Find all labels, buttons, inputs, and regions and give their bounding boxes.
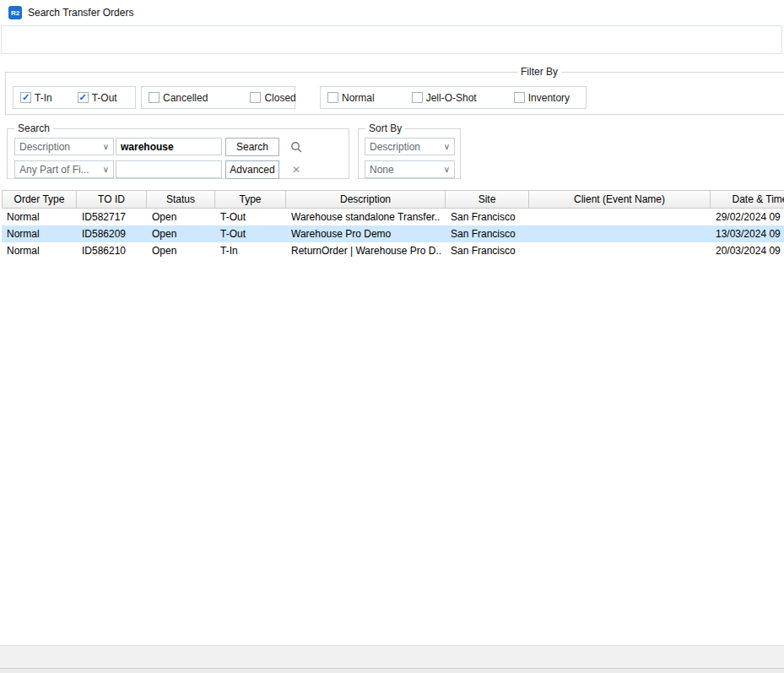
toolbar-strip — [1, 25, 782, 54]
search-legend: Search — [14, 122, 53, 134]
cell-client-event-name — [529, 225, 711, 242]
cell-to-id: ID582717 — [77, 209, 147, 225]
checkbox-jell-o-shot[interactable]: Jell-O-Shot — [412, 92, 477, 104]
checkbox-cancelled[interactable]: Cancelled — [149, 92, 208, 104]
window-title: Search Transfer Orders — [28, 7, 133, 19]
cell-type: T-Out — [215, 209, 286, 225]
sort-by-group: Sort By Description ∨ None ∨ — [358, 128, 461, 179]
chevron-down-icon: ∨ — [444, 165, 450, 174]
chevron-down-icon: ∨ — [103, 165, 109, 174]
search-secondary-input[interactable] — [116, 160, 222, 178]
search-match-selector[interactable]: Any Part of Fi... ∨ — [14, 160, 114, 178]
column-header-type[interactable]: Type — [215, 190, 286, 209]
checkbox-label: Jell-O-Shot — [426, 92, 477, 104]
cell-type: T-In — [215, 242, 286, 259]
cell-date-time: 13/03/2024 09 — [711, 225, 784, 242]
chevron-down-icon: ∨ — [103, 142, 109, 151]
search-button[interactable]: Search — [225, 138, 279, 156]
cell-description: ReturnOrder | Warehouse Pro D.. — [286, 242, 446, 259]
sort-primary-selector[interactable]: Description ∨ — [365, 138, 455, 155]
advanced-button[interactable]: Advanced — [225, 160, 279, 179]
filter-by-legend: Filter By — [517, 66, 561, 78]
cell-order-type: Normal — [2, 225, 77, 242]
cell-date-time: 29/02/2024 09 — [711, 209, 784, 225]
cell-status: Open — [147, 242, 215, 259]
cell-client-event-name — [529, 209, 711, 225]
sort-secondary-selector[interactable]: None ∨ — [365, 160, 455, 178]
search-magnifier-icon[interactable] — [288, 138, 305, 155]
cell-order-type: Normal — [2, 209, 77, 225]
cell-type: T-Out — [215, 225, 286, 242]
cell-status: Open — [147, 209, 215, 225]
checkbox-unchecked-icon — [514, 92, 525, 103]
checkbox-normal[interactable]: Normal — [327, 92, 375, 104]
column-header-to-id[interactable]: TO ID — [77, 190, 147, 209]
checkbox-unchecked-icon — [149, 92, 160, 103]
checkbox-closed[interactable]: Closed — [250, 92, 295, 104]
table-row[interactable]: NormalID582717OpenT-OutWarehouse standal… — [2, 209, 784, 225]
checkbox-label: Normal — [342, 92, 375, 104]
search-group: Search Description ∨ Search Any Part of … — [7, 128, 349, 179]
cell-order-type: Normal — [2, 242, 77, 259]
column-header-date-time[interactable]: Date & Time — [711, 190, 784, 209]
table-header-row: Order TypeTO IDStatusTypeDescriptionSite… — [2, 190, 784, 209]
chevron-down-icon: ∨ — [444, 142, 450, 151]
cell-client-event-name — [529, 242, 711, 259]
checkbox-label: T-In — [35, 92, 52, 104]
checkbox-t-in[interactable]: ✓T-In — [20, 92, 52, 104]
filter-subgroup: CancelledClosed — [141, 86, 295, 109]
cell-site: San Francisco — [446, 225, 529, 242]
transfer-orders-table: Order TypeTO IDStatusTypeDescriptionSite… — [2, 190, 784, 643]
checkbox-checked-icon: ✓ — [78, 92, 89, 103]
column-header-description[interactable]: Description — [286, 190, 446, 209]
checkbox-label: T-Out — [92, 92, 117, 104]
cell-to-id: ID586210 — [77, 242, 147, 259]
titlebar: R2 Search Transfer Orders — [0, 0, 784, 25]
search-transfer-orders-window: R2 Search Transfer Orders Filter By ✓T-I… — [0, 0, 784, 673]
table-row[interactable]: NormalID586210OpenT-InReturnOrder | Ware… — [2, 242, 784, 259]
checkbox-unchecked-icon — [327, 92, 338, 103]
sort-by-legend: Sort By — [365, 122, 405, 134]
cell-to-id: ID586209 — [77, 225, 147, 242]
column-header-client-event-name[interactable]: Client (Event Name) — [529, 190, 711, 209]
checkbox-unchecked-icon — [412, 92, 423, 103]
filter-by-group: Filter By ✓T-In✓T-OutCancelledClosedNorm… — [5, 72, 784, 115]
cell-date-time: 20/03/2024 09 — [711, 242, 784, 259]
status-bar — [0, 645, 784, 669]
cell-status: Open — [147, 225, 215, 242]
cell-site: San Francisco — [446, 209, 529, 225]
sort-primary-selected-value: Description — [370, 141, 420, 153]
filter-subgroup: ✓T-In✓T-Out — [13, 86, 136, 109]
search-field-selector[interactable]: Description ∨ — [14, 138, 114, 155]
column-header-site[interactable]: Site — [446, 190, 529, 209]
checkbox-t-out[interactable]: ✓T-Out — [78, 92, 117, 104]
table-row-selected[interactable]: NormalID586209OpenT-OutWarehouse Pro Dem… — [2, 225, 784, 242]
checkbox-unchecked-icon — [250, 92, 261, 103]
magnifier-glyph — [290, 141, 302, 153]
cell-description: Warehouse standalone Transfer.. — [286, 209, 446, 225]
search-match-selected-value: Any Part of Fi... — [19, 164, 89, 176]
search-field-selected-value: Description — [19, 141, 70, 153]
clear-search-icon[interactable]: ✕ — [288, 161, 305, 178]
sort-secondary-selected-value: None — [370, 164, 394, 176]
r2-app-icon: R2 — [8, 6, 22, 19]
column-header-status[interactable]: Status — [147, 190, 215, 209]
search-query-input[interactable] — [116, 138, 222, 155]
column-header-order-type[interactable]: Order Type — [2, 190, 77, 209]
checkbox-label: Closed — [264, 92, 295, 104]
checkbox-checked-icon: ✓ — [20, 92, 31, 103]
cell-description: Warehouse Pro Demo — [286, 225, 446, 242]
checkbox-label: Cancelled — [163, 92, 208, 104]
cell-site: San Francisco — [446, 242, 529, 259]
checkbox-label: Inventory — [528, 92, 570, 104]
filter-subgroup: NormalJell-O-ShotInventory — [320, 86, 587, 109]
x-glyph: ✕ — [292, 164, 300, 176]
checkbox-inventory[interactable]: Inventory — [514, 92, 570, 104]
table-body: NormalID582717OpenT-OutWarehouse standal… — [2, 209, 784, 259]
window-bottom-edge — [0, 669, 784, 673]
